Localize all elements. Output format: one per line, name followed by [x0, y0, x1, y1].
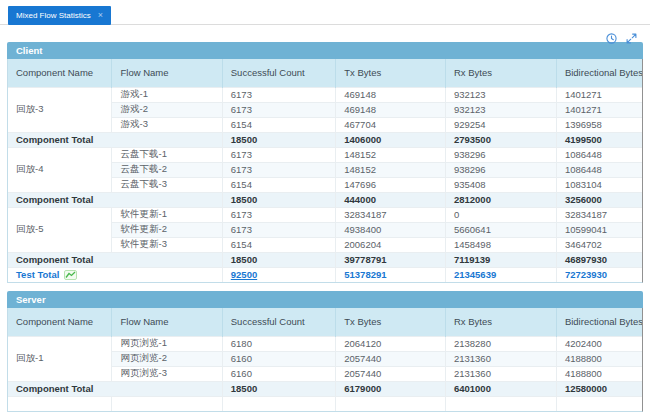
component-name-cell	[8, 396, 112, 411]
value-cell: 32834187	[556, 207, 642, 222]
column-header: Component Name	[8, 308, 112, 336]
value-cell: 1086448	[556, 147, 642, 162]
value-cell: 938296	[445, 147, 556, 162]
component-total-value: 18500	[222, 252, 335, 267]
test-total-value: 72723930	[556, 267, 642, 282]
server-table: Component NameFlow NameSuccessful CountT…	[8, 308, 642, 411]
value-cell: 0	[445, 207, 556, 222]
value-cell: 6173	[222, 102, 335, 117]
component-name-cell: 回放-4	[8, 147, 112, 192]
column-header: Tx Bytes	[336, 59, 446, 87]
flow-name-cell: 游戏-2	[112, 102, 222, 117]
value-cell: 6154	[222, 117, 335, 132]
flow-name-cell: 网页浏览-2	[112, 351, 222, 366]
value-cell: 6160	[222, 366, 335, 381]
value-cell: 148152	[336, 147, 446, 162]
column-header: Rx Bytes	[445, 59, 556, 87]
value-cell: 6154	[222, 237, 335, 252]
value-cell: 32834187	[336, 207, 446, 222]
component-total-label: Component Total	[8, 381, 222, 396]
value-cell: 1396958	[556, 117, 642, 132]
value-cell: 3464702	[556, 237, 642, 252]
flow-name-cell: 网页浏览-1	[112, 336, 222, 351]
component-total-value: 46897930	[556, 252, 642, 267]
value-cell: 932123	[445, 102, 556, 117]
column-header: Component Name	[8, 59, 112, 87]
value-cell	[556, 396, 642, 411]
component-total-value: 18500	[222, 192, 335, 207]
tab-close-icon[interactable]: ×	[98, 11, 103, 20]
component-total-value: 4199500	[556, 132, 642, 147]
component-total-row: Component Total1850039778791711913946897…	[8, 252, 642, 267]
component-total-value: 3256000	[556, 192, 642, 207]
client-section-header: Client	[7, 42, 643, 59]
value-cell: 6173	[222, 147, 335, 162]
value-cell	[112, 396, 222, 411]
component-name-cell: 回放-1	[8, 336, 112, 381]
value-cell: 2006204	[336, 237, 446, 252]
history-clock-icon[interactable]	[606, 30, 617, 41]
component-total-label: Component Total	[8, 132, 222, 147]
component-total-value: 444000	[336, 192, 446, 207]
component-total-row: Component Total1850044400028120003256000	[8, 192, 642, 207]
flow-name-cell: 软件更新-3	[112, 237, 222, 252]
value-cell	[445, 396, 556, 411]
column-header: Bidirectional Bytes	[556, 308, 642, 336]
component-total-label: Component Total	[8, 192, 222, 207]
tab-mixed-flow-statistics[interactable]: Mixed Flow Statistics ×	[8, 6, 111, 25]
tab-bar: Mixed Flow Statistics ×	[0, 0, 650, 25]
server-section-header: Server	[7, 291, 643, 308]
component-total-row: Component Total1850014060002793500419950…	[8, 132, 642, 147]
column-header: Successful Count	[222, 59, 335, 87]
client-table: Component NameFlow NameSuccessful CountT…	[8, 59, 642, 282]
value-cell: 4188800	[556, 366, 642, 381]
flow-name-cell: 游戏-1	[112, 87, 222, 102]
component-total-row: Component Total1850061790006401000125800…	[8, 381, 642, 396]
component-total-value: 18500	[222, 381, 335, 396]
value-cell: 6173	[222, 87, 335, 102]
column-header: Rx Bytes	[445, 308, 556, 336]
toolbar	[0, 25, 650, 42]
test-total-label: Test Total	[16, 269, 59, 280]
flow-name-cell: 软件更新-1	[112, 207, 222, 222]
component-total-value: 12580000	[556, 381, 642, 396]
component-total-value: 18500	[222, 132, 335, 147]
flow-name-cell: 云盘下载-2	[112, 162, 222, 177]
component-total-value: 6401000	[445, 381, 556, 396]
column-header: Flow Name	[112, 59, 222, 87]
value-cell: 6173	[222, 207, 335, 222]
test-total-count-link[interactable]: 92500	[222, 267, 335, 282]
flow-name-cell: 软件更新-2	[112, 222, 222, 237]
value-cell: 932123	[445, 87, 556, 102]
column-header: Successful Count	[222, 308, 335, 336]
flow-name-cell: 云盘下载-1	[112, 147, 222, 162]
table-row: 回放-1网页浏览-16180206412021382804202400	[8, 336, 642, 351]
column-header-row: Component NameFlow NameSuccessful CountT…	[8, 308, 642, 336]
value-cell: 2057440	[336, 366, 446, 381]
table-row: 回放-4云盘下载-161731481529382961086448	[8, 147, 642, 162]
flow-name-cell: 网页浏览-3	[112, 366, 222, 381]
value-cell: 5660641	[445, 222, 556, 237]
table-row	[8, 396, 642, 411]
server-section-title: Server	[16, 294, 46, 305]
table-row: 回放-3游戏-161734691489321231401271	[8, 87, 642, 102]
component-total-value: 1406000	[336, 132, 446, 147]
expand-icon[interactable]	[626, 30, 637, 41]
value-cell: 147696	[336, 177, 446, 192]
value-cell: 6160	[222, 351, 335, 366]
server-table-wrap: Component NameFlow NameSuccessful CountT…	[7, 308, 643, 412]
value-cell: 467704	[336, 117, 446, 132]
component-total-value: 6179000	[336, 381, 446, 396]
flow-name-cell: 云盘下载-3	[112, 177, 222, 192]
value-cell: 469148	[336, 102, 446, 117]
value-cell: 6173	[222, 222, 335, 237]
value-cell: 1401271	[556, 87, 642, 102]
line-chart-icon[interactable]	[64, 270, 77, 280]
value-cell: 1458498	[445, 237, 556, 252]
value-cell: 1401271	[556, 102, 642, 117]
value-cell: 4938400	[336, 222, 446, 237]
value-cell: 10599041	[556, 222, 642, 237]
component-total-label: Component Total	[8, 252, 222, 267]
test-total-value: 51378291	[336, 267, 446, 282]
value-cell: 469148	[336, 87, 446, 102]
